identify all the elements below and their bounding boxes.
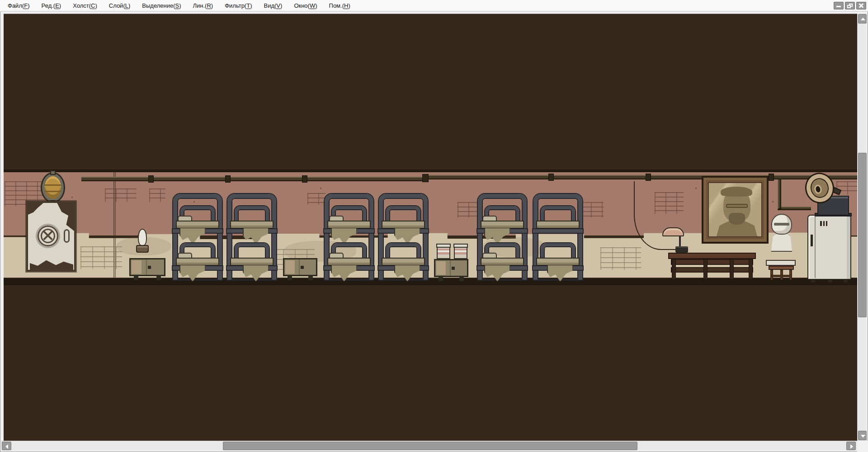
nightstand-foot (308, 276, 313, 280)
bust-glasses (774, 223, 789, 226)
down-arrow-icon (861, 435, 865, 438)
menu-item-view[interactable]: Вид(V) (258, 0, 288, 11)
scroll-right-button[interactable] (846, 442, 856, 450)
ceiling-pipe (424, 175, 857, 179)
brick-patch (655, 192, 684, 214)
drawing-canvas[interactable] (4, 14, 857, 441)
close-button[interactable] (856, 2, 866, 9)
menu-item-window[interactable]: Окно(W) (288, 0, 323, 11)
pipe-elbow-horizontal (778, 207, 811, 210)
brick-patch (105, 188, 137, 202)
stool (769, 266, 794, 270)
bunk-bed (478, 194, 527, 280)
door-handle (64, 229, 70, 243)
pipe-coupling (422, 174, 429, 182)
scroll-down-button[interactable] (858, 431, 867, 440)
wall-dot (320, 188, 321, 189)
desk-lamp-arm (679, 235, 681, 247)
vertical-scrollbar-thumb[interactable] (858, 153, 867, 317)
bunk-bed (533, 194, 582, 280)
menu-item-help[interactable]: Пом.(H) (323, 0, 356, 11)
oil-lamp-chimney (138, 229, 147, 246)
oil-lamp-body (136, 245, 149, 253)
pipe-coupling (548, 174, 554, 181)
menu-item-line[interactable]: Лин.(R) (187, 0, 219, 11)
window-controls (834, 2, 866, 9)
desk-rail (671, 259, 753, 265)
cabinet-handle (811, 235, 813, 246)
menu-item-canvas[interactable]: Холст(C) (67, 0, 103, 11)
door-rust-patch (30, 258, 73, 270)
desk-rail (671, 267, 753, 273)
brick-patch-light (80, 246, 122, 269)
pipe-coupling (302, 175, 307, 183)
minimize-button[interactable] (834, 2, 844, 9)
app-window: Файл(F) Ред.(E) Холст(C) Слой(L) Выделен… (0, 0, 868, 452)
menu-item-layer[interactable]: Слой(L) (103, 0, 137, 11)
desk-leg (730, 259, 734, 280)
bunker-room-scene (4, 170, 857, 285)
jar-cabinet (434, 259, 468, 277)
desk-leg (703, 259, 708, 280)
sconce-glass (45, 176, 61, 199)
jar (437, 244, 450, 259)
wall-dot (772, 201, 774, 202)
desk (668, 253, 756, 259)
cabinet-foot (459, 277, 464, 281)
brick-patch (580, 202, 604, 217)
door-vent (38, 226, 58, 246)
door-rust-patch (53, 203, 74, 231)
left-arrow-icon (5, 444, 8, 449)
pipe-coupling (225, 175, 231, 183)
nightstand-foot (134, 276, 138, 280)
pipe-elbow-join (778, 198, 781, 209)
pipe-coupling (769, 174, 774, 181)
desk-lamp-shade (662, 227, 684, 236)
nightstand-foot (156, 276, 161, 280)
pipe-coupling (148, 175, 154, 183)
desk-leg (749, 259, 753, 280)
vertical-scrollbar[interactable] (857, 14, 867, 441)
bunk-bed (325, 194, 373, 280)
brick-patch-light (600, 247, 641, 270)
desk-lamp-base (675, 246, 688, 253)
ceiling-pipe (81, 177, 425, 181)
pipe-elbow-down (778, 179, 781, 200)
up-arrow-icon (861, 18, 865, 20)
metal-door (26, 201, 76, 272)
door-rust-patch (28, 203, 43, 215)
menu-item-filter[interactable]: Фильтр(T) (219, 0, 258, 11)
cabinet-logo (820, 221, 830, 226)
bunk-bed (379, 194, 428, 280)
pipe-coupling (646, 174, 651, 181)
right-arrow-icon (850, 444, 853, 449)
menu-item-edit[interactable]: Ред.(E) (36, 0, 67, 11)
brick-patch (307, 193, 326, 205)
nightstand-foot (288, 276, 292, 280)
menu-item-file[interactable]: Файл(F) (2, 0, 36, 11)
brick-patch (149, 188, 165, 202)
floor-line (4, 278, 857, 285)
menubar: Файл(F) Ред.(E) Холст(C) Слой(L) Выделен… (0, 0, 868, 12)
cabinet-foot (439, 277, 443, 281)
scroll-left-button[interactable] (2, 442, 11, 450)
menu-item-selection[interactable]: Выделение(S) (136, 0, 187, 11)
nightstand (129, 258, 165, 276)
bunk-bed (227, 194, 276, 280)
scrollbar-corner (857, 441, 868, 452)
restore-button[interactable] (845, 2, 855, 9)
wall-dot (71, 197, 73, 198)
scroll-up-button[interactable] (858, 14, 867, 24)
wall-dot (695, 188, 697, 189)
portrait-canvas (708, 182, 762, 237)
white-cabinet (807, 215, 851, 280)
jar (454, 244, 467, 259)
hanging-cable-end (661, 249, 676, 250)
horizontal-scrollbar-thumb[interactable] (223, 442, 637, 450)
bunk-bed (173, 194, 222, 280)
brick-patch (458, 202, 479, 217)
desk-leg (672, 259, 676, 280)
horizontal-scrollbar[interactable] (1, 441, 857, 451)
portrait-painting (702, 176, 769, 244)
minimize-icon (836, 6, 841, 7)
